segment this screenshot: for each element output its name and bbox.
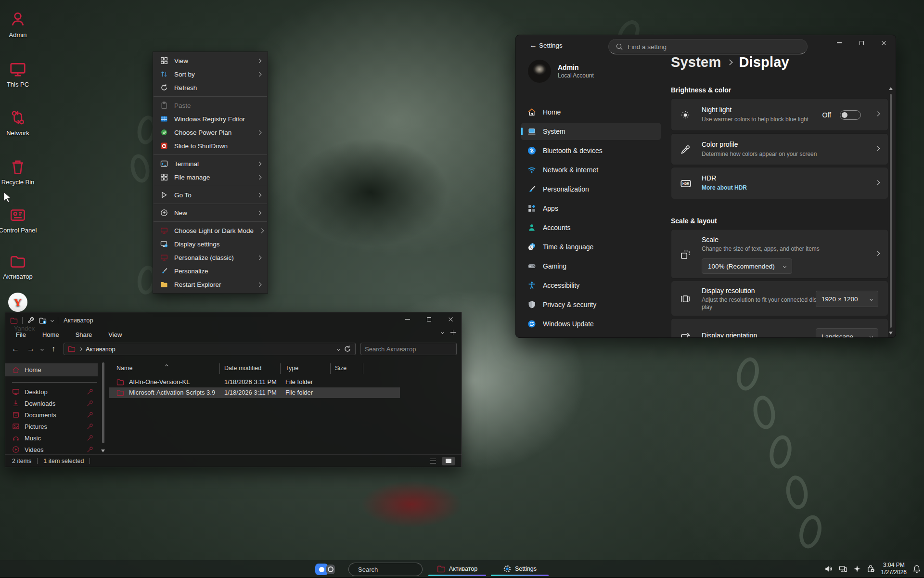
clock[interactable]: 3:04 PM 1/27/2026 [881, 562, 907, 576]
speaker-icon[interactable] [824, 565, 833, 573]
breadcrumb-system[interactable]: System [671, 54, 721, 70]
close-button[interactable] [440, 312, 462, 326]
tab-view[interactable]: View [108, 331, 122, 338]
column-header-name[interactable]: Name [116, 365, 132, 372]
settings-nav-privacy-security[interactable]: Privacy & security [521, 296, 661, 313]
sidebar-item-videos[interactable]: Videos [5, 444, 98, 455]
column-header-type[interactable]: Type [285, 365, 298, 372]
new-folder-icon[interactable] [39, 317, 47, 324]
menu-item-slide-to-shutdown[interactable]: Slide to ShutDown [153, 139, 268, 153]
start-button[interactable] [315, 564, 337, 575]
menu-item-go-to[interactable]: Go To [153, 188, 268, 202]
sidebar-item-downloads[interactable]: Downloads [5, 398, 98, 409]
scrollbar-thumb[interactable] [890, 94, 892, 328]
explorer-titlebar[interactable]: Активатор [5, 312, 462, 328]
desktop-icon-recycle-bin[interactable]: Recycle Bin [0, 158, 42, 186]
file-row[interactable]: All-In-One-Version-KL 1/18/2026 3:11 PM … [109, 377, 400, 387]
settings-nav-accounts[interactable]: Accounts [521, 219, 661, 236]
menu-item-windows-registry-editor[interactable]: Windows Registry Editor [153, 112, 268, 126]
menu-item-personalize-classic[interactable]: Personalize (classic) [153, 251, 268, 264]
settings-nav-accessibility[interactable]: Accessibility [521, 277, 661, 294]
menu-item-sort-by[interactable]: Sort by [153, 67, 268, 81]
menu-item-new[interactable]: New [153, 206, 268, 219]
new-tab-icon[interactable] [450, 330, 456, 335]
desktop-icon-network[interactable]: Network [0, 109, 42, 137]
settings-nav-time-language[interactable]: Time & language [521, 238, 661, 256]
account-block[interactable]: Admin Local Account [528, 60, 594, 83]
menu-item-paste[interactable]: Paste [153, 99, 268, 112]
spark-icon[interactable] [853, 565, 861, 573]
desktop-icon-yandex[interactable] [0, 293, 42, 312]
explorer-search-input[interactable] [365, 346, 449, 353]
tab-home[interactable]: Home [42, 331, 59, 338]
tab-file[interactable]: File [16, 331, 26, 338]
night-light-toggle[interactable] [840, 110, 861, 120]
settings-scrollbar[interactable] [888, 87, 893, 334]
menu-item-display-settings[interactable]: Display settings [153, 237, 268, 251]
settings-nav-apps[interactable]: Apps [521, 200, 661, 217]
scrollbar-thumb[interactable] [102, 362, 104, 443]
refresh-icon[interactable] [344, 345, 351, 353]
sidebar-scrollbar[interactable] [102, 361, 105, 452]
column-header-size[interactable]: Size [335, 365, 346, 372]
forward-icon[interactable]: → [26, 345, 36, 353]
column-header-date-modified[interactable]: Date modified [224, 365, 261, 372]
bell-icon[interactable] [912, 565, 921, 573]
sidebar-item-pictures[interactable]: Pictures [5, 421, 98, 432]
hdr-link[interactable]: More about HDR [702, 184, 747, 191]
resolution-dropdown[interactable]: 1920 × 1200 [816, 291, 878, 307]
menu-item-choose-power-plan[interactable]: Choose Power Plan [153, 126, 268, 139]
card-display-orientation[interactable]: Display orientation Landscape [671, 318, 888, 338]
settings-nav-system[interactable]: System [521, 123, 661, 140]
wrench-icon[interactable] [27, 317, 35, 324]
minimize-button[interactable] [397, 312, 418, 326]
taskbar-app-settings[interactable]: Settings [489, 560, 551, 578]
desktop-icon-this-pc[interactable]: This PC [0, 60, 42, 88]
file-row-selected[interactable]: Microsoft-Activation-Scripts 3.9 1/18/20… [109, 387, 400, 398]
sidebar-item-desktop[interactable]: Desktop [5, 386, 98, 398]
settings-nav-network-internet[interactable]: Network & internet [521, 161, 661, 179]
card-display-resolution[interactable]: Display resolution Adjust the resolution… [671, 281, 888, 316]
menu-item-refresh[interactable]: Refresh [153, 81, 268, 94]
settings-nav-bluetooth-devices[interactable]: Bluetooth & devices [521, 142, 661, 159]
desktop-icon-control-panel[interactable]: Control Panel [0, 206, 42, 234]
settings-nav-home[interactable]: Home [521, 103, 661, 121]
card-color-profile[interactable]: Color profile Determine how colors appea… [671, 133, 888, 165]
orientation-dropdown[interactable]: Landscape [816, 328, 878, 338]
desktop-icon-admin[interactable]: Admin [0, 11, 42, 39]
settings-nav-windows-update[interactable]: Windows Update [521, 315, 661, 333]
recent-locations-icon[interactable] [40, 347, 44, 350]
back-icon[interactable]: ← [10, 345, 21, 353]
menu-item-choose-light-or-dark-mode[interactable]: Choose Light or Dark Mode [153, 224, 268, 237]
desktop-icon-aktivator[interactable]: Активатор [0, 252, 42, 280]
address-bar[interactable]: Активатор [64, 343, 356, 355]
chevron-down-icon[interactable] [51, 319, 54, 322]
scroll-down-icon[interactable] [889, 332, 893, 334]
explorer-search[interactable] [360, 343, 457, 355]
scale-dropdown[interactable]: 100% (Recommended) [702, 258, 792, 274]
maximize-button[interactable] [418, 312, 440, 326]
card-scale[interactable]: Scale Change the size of text, apps, and… [671, 229, 888, 279]
menu-item-file-manage[interactable]: File manage [153, 170, 268, 184]
security-check-icon[interactable] [867, 565, 875, 573]
details-view-button[interactable] [427, 457, 439, 465]
card-night-light[interactable]: Night light Use warmer colors to help bl… [671, 98, 888, 131]
scroll-up-icon[interactable] [889, 87, 893, 90]
sidebar-item-documents[interactable]: Documents [5, 409, 98, 421]
taskbar-search[interactable] [348, 563, 423, 576]
scroll-down-icon[interactable] [101, 450, 105, 452]
menu-item-view[interactable]: View [153, 54, 268, 67]
tab-share[interactable]: Share [76, 331, 92, 338]
sidebar-item-home[interactable]: Home [5, 363, 98, 376]
ribbon-expand-icon[interactable] [441, 331, 444, 334]
network-devices-icon[interactable] [839, 565, 847, 573]
menu-item-restart-explorer[interactable]: Restart Explorer [153, 278, 268, 291]
up-icon[interactable]: ↑ [48, 345, 59, 353]
settings-nav-personalization[interactable]: Personalization [521, 180, 661, 198]
menu-item-personalize[interactable]: Personalize [153, 264, 268, 278]
settings-nav-gaming[interactable]: Gaming [521, 257, 661, 275]
card-hdr[interactable]: HDR More about HDR [671, 167, 888, 199]
menu-item-terminal[interactable]: Terminal [153, 157, 268, 170]
taskbar-app-aktivator[interactable]: Активатор [426, 560, 488, 578]
address-dropdown-icon[interactable] [337, 347, 340, 350]
